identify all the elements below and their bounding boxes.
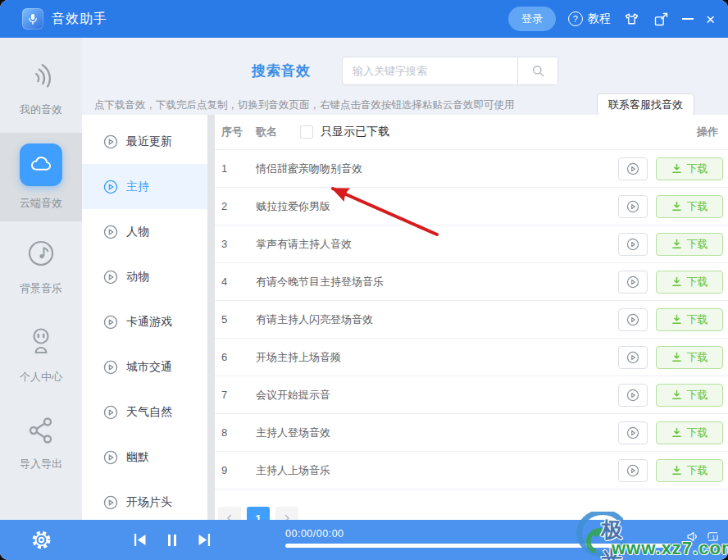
popout-window-icon[interactable] [653, 11, 670, 28]
sidebar-item-background-music[interactable]: 背景音乐 [0, 221, 82, 310]
category-item-cartoon-games[interactable]: 卡通游戏 [82, 299, 207, 344]
category-item-characters[interactable]: 人物 [82, 209, 207, 254]
table-row: 5 有请主持人闪亮登场音效 下载 [215, 301, 728, 339]
play-button[interactable] [618, 384, 648, 407]
tutorial-button[interactable]: ? 教程 [568, 11, 611, 26]
play-circle-icon [103, 450, 118, 465]
checkbox-icon[interactable] [300, 125, 313, 139]
play-circle-icon [626, 275, 639, 289]
play-button[interactable] [618, 233, 648, 256]
app-title: 音效助手 [52, 11, 107, 28]
chevron-right-icon [282, 513, 292, 520]
download-button[interactable]: 下载 [656, 233, 723, 256]
download-button[interactable]: 下载 [656, 346, 723, 369]
previous-track-button[interactable] [131, 531, 148, 549]
play-circle-icon [103, 405, 118, 420]
cloud-icon [20, 143, 62, 186]
sidebar-item-my-sounds[interactable]: 我的音效 [0, 44, 82, 133]
table-row: 4 有请今晚节目主持登场音乐 下载 [215, 263, 728, 301]
sound-name: 会议开始提示音 [256, 388, 618, 403]
sidebar-item-cloud-sounds[interactable]: 云端音效 [0, 133, 82, 221]
skin-shirt-icon[interactable] [623, 11, 640, 28]
scrollbar-track[interactable] [207, 115, 215, 520]
sound-name: 贼拉拉爱你男版 [256, 199, 618, 214]
category-item-opening-intro[interactable]: 开场片头 [82, 480, 207, 520]
play-circle-icon [626, 351, 639, 364]
page-number[interactable]: 1 [247, 507, 270, 520]
sidebar-item-personal-center[interactable]: 个人中心 [0, 310, 82, 398]
search-input[interactable] [343, 57, 517, 84]
pause-button[interactable] [164, 532, 180, 549]
table-row: 7 会议开始提示音 下载 [215, 376, 728, 414]
main-header: 搜索音效 点下载音效，下载完后点复制，切换到音效页面，右键点击音效按钮选择粘贴云… [82, 38, 728, 115]
download-button[interactable]: 下载 [656, 421, 723, 444]
column-index: 序号 [215, 125, 256, 139]
table-row: 6 开场主持上场音频 下载 [215, 339, 728, 376]
minimize-icon[interactable] [682, 18, 694, 20]
next-page-button[interactable] [275, 507, 298, 520]
play-button[interactable] [618, 459, 648, 482]
download-icon [671, 427, 682, 438]
download-icon [671, 276, 682, 287]
sound-name: 主持人上场音乐 [256, 463, 618, 478]
next-track-button[interactable] [196, 531, 213, 549]
progress-bar[interactable] [285, 544, 671, 548]
share-icon [25, 414, 57, 447]
download-icon [671, 465, 682, 476]
next-track-icon [196, 531, 213, 549]
titlebar: 音效助手 登录 ? 教程 × [0, 0, 728, 38]
download-button[interactable]: 下载 [656, 271, 723, 294]
play-button[interactable] [618, 421, 648, 444]
loop-once-icon[interactable]: 1 [705, 529, 721, 544]
play-button[interactable] [618, 346, 648, 369]
play-button[interactable] [618, 308, 648, 331]
play-circle-icon [103, 495, 118, 510]
download-icon [671, 352, 682, 362]
chevron-left-icon [225, 513, 234, 520]
play-button[interactable] [618, 271, 648, 294]
play-circle-icon [103, 270, 118, 285]
category-item-recent[interactable]: 最近更新 [82, 119, 207, 164]
pause-icon [164, 532, 180, 549]
download-button[interactable]: 下载 [656, 195, 723, 218]
sidebar-item-label: 个人中心 [20, 370, 62, 385]
play-button[interactable] [618, 195, 648, 218]
download-button[interactable]: 下载 [656, 157, 723, 180]
login-button[interactable]: 登录 [508, 7, 556, 31]
sidebar-item-label: 我的音效 [20, 102, 62, 117]
category-item-humor[interactable]: 幽默 [82, 435, 207, 480]
player-bar: 00:00/00:00 1 [0, 520, 728, 560]
download-button[interactable]: 下载 [656, 384, 723, 407]
search-box [342, 57, 558, 85]
close-icon[interactable]: × [706, 11, 715, 27]
app-logo-mic-icon [22, 8, 43, 30]
pagination: 1 [218, 507, 728, 520]
download-icon [671, 389, 682, 400]
prev-page-button[interactable] [218, 507, 241, 520]
category-list: 最近更新 主持 人物 动物 卡通游戏 城市交通 天气自然 幽默 [82, 115, 207, 520]
table-row: 2 贼拉拉爱你男版 下载 [215, 188, 728, 225]
download-button[interactable]: 下载 [656, 308, 723, 331]
sound-name: 主持人登场音效 [256, 426, 618, 440]
settings-button[interactable] [0, 520, 82, 560]
category-item-hosting[interactable]: 主持 [82, 164, 207, 209]
play-button[interactable] [618, 157, 648, 180]
category-item-weather-nature[interactable]: 天气自然 [82, 389, 207, 435]
search-button[interactable] [517, 57, 557, 84]
contact-support-button[interactable]: 联系客服找音效 [597, 93, 694, 116]
play-circle-icon [626, 313, 639, 326]
sidebar-item-label: 云端音效 [20, 196, 62, 211]
category-item-animals[interactable]: 动物 [82, 254, 207, 299]
download-button[interactable]: 下载 [656, 459, 723, 482]
volume-icon[interactable] [685, 529, 701, 544]
play-circle-icon [626, 200, 639, 213]
play-circle-icon [103, 360, 118, 375]
play-circle-icon [626, 162, 639, 175]
download-icon [671, 201, 682, 212]
sidebar-item-import-export[interactable]: 导入导出 [0, 398, 82, 487]
table-row: 3 掌声有请主持人音效 下载 [215, 225, 728, 263]
playback-time: 00:00/00:00 [285, 528, 344, 540]
downloaded-only-filter[interactable]: 只显示已下载 [300, 125, 389, 139]
category-item-city-traffic[interactable]: 城市交通 [82, 344, 207, 389]
play-circle-icon [626, 464, 639, 477]
